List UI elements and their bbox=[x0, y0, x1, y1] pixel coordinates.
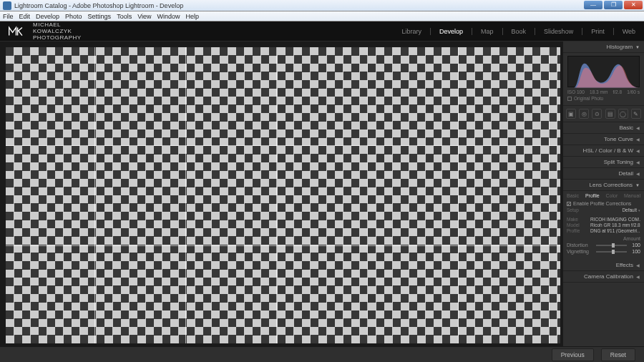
histogram-panel: ISO 10018.3 mmf/2.81/60 s Original Photo bbox=[563, 53, 644, 106]
histogram-graph[interactable] bbox=[567, 56, 640, 87]
menu-edit[interactable]: Edit bbox=[19, 13, 31, 20]
distortion-slider[interactable]: Distortion100 bbox=[567, 243, 640, 248]
lens-tab-manual[interactable]: Manual bbox=[624, 193, 640, 198]
detail-header[interactable]: Detail◀ bbox=[563, 168, 644, 180]
camera-calibration-header[interactable]: Camera Calibration◀ bbox=[563, 271, 644, 283]
module-slideshow[interactable]: Slideshow bbox=[544, 28, 582, 35]
split-toning-header[interactable]: Split Toning◀ bbox=[563, 157, 644, 168]
previous-button[interactable]: Previous bbox=[552, 348, 594, 361]
amount-label: Amount bbox=[567, 236, 640, 241]
maximize-button[interactable]: ❐ bbox=[604, 1, 623, 9]
logo-line3: PHOTOGRAPHY bbox=[33, 34, 82, 41]
lens-tab-basic[interactable]: Basic bbox=[567, 193, 579, 198]
chevron-left-icon: ◀ bbox=[636, 274, 640, 279]
lens-corrections-header[interactable]: Lens Corrections▼ bbox=[563, 180, 644, 191]
app-icon bbox=[3, 1, 11, 10]
hsl-header[interactable]: HSL / Color / B & W◀ bbox=[563, 145, 644, 157]
lens-tab-profile[interactable]: Profile bbox=[585, 193, 600, 198]
gradient-tool[interactable]: ▤ bbox=[605, 109, 615, 119]
window-title: Lightroom Catalog - Adobe Photoshop Ligh… bbox=[14, 2, 183, 9]
chevron-left-icon: ◀ bbox=[636, 171, 640, 176]
make-row[interactable]: MakeRICOH IMAGING COM…▾ bbox=[567, 217, 640, 222]
module-web[interactable]: Web bbox=[623, 28, 635, 35]
lens-corrections-panel: BasicProfileColorManual ✓ Enable Profile… bbox=[563, 191, 644, 260]
logo-mark bbox=[9, 25, 29, 38]
menu-help[interactable]: Help bbox=[186, 13, 200, 20]
brush-tool[interactable]: ✎ bbox=[631, 109, 641, 119]
menu-develop[interactable]: Develop bbox=[36, 13, 59, 20]
module-header: MICHAEL KOWALCZYK PHOTOGRAPHY LibraryDev… bbox=[0, 21, 644, 41]
checkerboard-image bbox=[6, 47, 560, 343]
module-map[interactable]: Map bbox=[481, 28, 503, 35]
menu-view[interactable]: View bbox=[137, 13, 151, 20]
close-button[interactable]: ✕ bbox=[624, 1, 643, 9]
module-book[interactable]: Book bbox=[512, 28, 536, 35]
menu-photo[interactable]: Photo bbox=[65, 13, 82, 20]
image-canvas[interactable] bbox=[6, 47, 560, 343]
enable-profile-row[interactable]: ✓ Enable Profile Corrections bbox=[567, 201, 640, 206]
effects-header[interactable]: Effects◀ bbox=[563, 260, 644, 271]
vignetting-slider[interactable]: Vignetting100 bbox=[567, 249, 640, 254]
checkbox-checked-icon: ✓ bbox=[567, 202, 571, 206]
menu-file[interactable]: File bbox=[3, 13, 14, 20]
chevron-left-icon: ◀ bbox=[636, 137, 640, 142]
canvas-area bbox=[0, 41, 563, 346]
crop-tool[interactable]: ▣ bbox=[566, 109, 576, 119]
menu-tools[interactable]: Tools bbox=[117, 13, 132, 20]
spot-tool[interactable]: ◎ bbox=[579, 109, 589, 119]
logo-line1: MICHAEL bbox=[33, 21, 82, 28]
chevron-left-icon: ◀ bbox=[636, 263, 640, 268]
lens-tabs: BasicProfileColorManual bbox=[567, 193, 640, 198]
lens-tab-color[interactable]: Color bbox=[606, 193, 618, 198]
original-photo-toggle[interactable]: Original Photo bbox=[567, 96, 640, 101]
basic-header[interactable]: Basic◀ bbox=[563, 122, 644, 134]
histogram-header[interactable]: Histogram▼ bbox=[563, 41, 644, 53]
setup-row[interactable]: SetupDefault▾ bbox=[567, 207, 640, 212]
window-titlebar: Lightroom Catalog - Adobe Photoshop Ligh… bbox=[0, 0, 644, 11]
identity-plate: MICHAEL KOWALCZYK PHOTOGRAPHY bbox=[9, 21, 82, 41]
model-row[interactable]: ModelRicoh GR 18.3 mm f/2.8▾ bbox=[567, 222, 640, 228]
profile-row[interactable]: ProfileDNG at f/11 (Geometri…▾ bbox=[567, 228, 640, 233]
menu-settings[interactable]: Settings bbox=[88, 13, 112, 20]
redeye-tool[interactable]: ⊙ bbox=[592, 109, 602, 119]
checkbox-icon bbox=[567, 97, 572, 101]
reset-button[interactable]: Reset bbox=[601, 348, 635, 361]
chevron-left-icon: ◀ bbox=[636, 125, 640, 130]
radial-tool[interactable]: ◯ bbox=[618, 109, 628, 119]
menu-bar: FileEditDevelopPhotoSettingsToolsViewWin… bbox=[0, 11, 644, 21]
module-picker: LibraryDevelopMapBookSlideshowPrintWeb bbox=[402, 28, 635, 35]
minimize-button[interactable]: — bbox=[584, 1, 602, 9]
tool-strip: ▣ ◎ ⊙ ▤ ◯ ✎ bbox=[563, 106, 644, 122]
chevron-left-icon: ◀ bbox=[636, 148, 640, 153]
module-develop[interactable]: Develop bbox=[439, 28, 472, 35]
chevron-down-icon: ▼ bbox=[635, 45, 640, 49]
histogram-exif: ISO 10018.3 mmf/2.81/60 s bbox=[567, 89, 640, 94]
tone-curve-header[interactable]: Tone Curve◀ bbox=[563, 134, 644, 145]
menu-window[interactable]: Window bbox=[157, 13, 180, 20]
right-panel: Histogram▼ ISO 10018.3 mmf/2.81/60 s Ori… bbox=[563, 41, 644, 346]
chevron-down-icon: ▼ bbox=[635, 183, 640, 187]
logo-line2: KOWALCZYK bbox=[33, 28, 82, 34]
module-library[interactable]: Library bbox=[402, 28, 431, 35]
bottom-toolbar: Previous Reset bbox=[0, 346, 644, 362]
module-print[interactable]: Print bbox=[591, 28, 614, 35]
dropdown-icon: ▾ bbox=[638, 208, 640, 212]
chevron-left-icon: ◀ bbox=[636, 160, 640, 165]
